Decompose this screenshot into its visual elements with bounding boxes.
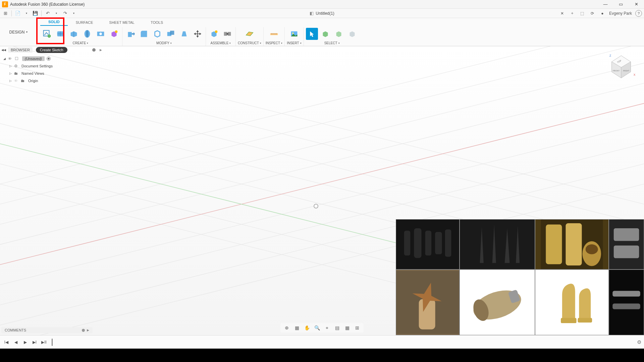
reference-image (609, 269, 644, 335)
grid-settings-button[interactable]: ▦ (343, 324, 351, 331)
tree-document-settings[interactable]: ▷⚙ Document Settings (1, 62, 102, 70)
timeline-last-button[interactable]: ▶II (40, 339, 48, 346)
file-menu-dropdown[interactable]: ▾ (22, 9, 31, 17)
group-create-label[interactable]: CREATE▾ (73, 41, 89, 45)
browser-tree: ◢👁☐ (Unsaved) ▷⚙ Document Settings ▷🖿 Na… (1, 54, 102, 84)
fit-button[interactable]: ⌖ (323, 324, 331, 331)
notifications-button[interactable]: ● (599, 10, 606, 17)
svg-rect-81 (561, 318, 577, 323)
timeline-next-button[interactable]: ▶I (31, 339, 38, 346)
new-tab-button[interactable]: ＋ (569, 10, 576, 17)
browser-options-button[interactable] (92, 48, 96, 52)
joint-button[interactable] (221, 28, 233, 40)
title-bar: F Autodesk Fusion 360 (Education License… (0, 0, 644, 9)
select-face-button[interactable] (346, 28, 358, 40)
group-construct-label[interactable]: CONSTRUCT▾ (238, 41, 261, 45)
zoom-button[interactable]: 🔍 (313, 324, 321, 331)
close-button[interactable]: ✕ (629, 0, 644, 9)
redo-button[interactable]: ↷ (61, 9, 69, 17)
revolve-button[interactable] (81, 28, 93, 40)
job-status-button[interactable]: ⟳ (589, 10, 596, 17)
workspace-switcher[interactable]: DESIGN ▾ (0, 18, 37, 46)
press-pull-button[interactable] (124, 28, 137, 40)
navigation-bar: ⊕ ▦ ✋ 🔍 ⌖ ▤ ▦ ⊞ (280, 323, 364, 333)
tree-origin[interactable]: ▷👁🖿 Origin (1, 77, 102, 84)
svg-point-9 (99, 33, 102, 35)
draft-button[interactable] (178, 28, 190, 40)
extensions-button[interactable]: ⬚ (579, 10, 586, 17)
comments-options-button[interactable] (82, 329, 85, 332)
construct-plane-button[interactable] (244, 28, 256, 40)
new-component-button[interactable] (208, 28, 220, 40)
timeline-settings-button[interactable]: ⚙ (637, 339, 641, 345)
fillet-button[interactable] (138, 28, 150, 40)
group-inspect-label[interactable]: INSPECT▾ (266, 41, 282, 45)
svg-point-17 (226, 33, 228, 35)
select-button[interactable] (306, 28, 318, 40)
timeline-marker[interactable] (52, 339, 53, 346)
browser-expand-icon[interactable]: ▶ (100, 48, 102, 52)
bottom-black-bar (0, 349, 644, 362)
active-component-indicator[interactable] (47, 57, 51, 61)
create-sketch-button[interactable]: + (41, 28, 53, 40)
document-tab[interactable]: ◧ Untitled(1) (310, 11, 334, 16)
maximize-button[interactable]: ▭ (613, 0, 629, 9)
redo-dropdown[interactable]: ▾ (70, 9, 78, 17)
timeline-prev-button[interactable]: ◀ (12, 339, 19, 346)
undo-dropdown[interactable]: ▾ (52, 9, 60, 17)
svg-rect-56 (414, 228, 421, 258)
viewcube[interactable]: TOP FRONT RIGHT Z X (604, 49, 638, 82)
save-button[interactable]: 💾 (31, 9, 39, 17)
svg-text:X: X (634, 73, 636, 76)
group-insert-label[interactable]: INSERT▾ (287, 41, 302, 45)
measure-button[interactable] (268, 28, 280, 40)
reference-image-panel[interactable] (396, 219, 644, 335)
pan-button[interactable]: ✋ (303, 324, 311, 331)
timeline: I◀ ◀ ▶ ▶I ▶II ⚙ (0, 335, 644, 349)
tab-sheet-metal[interactable]: SHEET METAL (101, 19, 143, 26)
undo-button[interactable]: ↶ (44, 9, 52, 17)
group-insert: INSERT▾ (285, 27, 304, 46)
reference-image (396, 269, 460, 335)
tree-root[interactable]: ◢👁☐ (Unsaved) (1, 55, 102, 62)
insert-button[interactable] (288, 28, 300, 40)
svg-rect-82 (578, 318, 592, 323)
look-at-button[interactable]: ▦ (293, 324, 301, 331)
comments-expand-icon[interactable]: ▶ (87, 328, 89, 332)
hole-button[interactable] (95, 28, 107, 40)
timeline-first-button[interactable]: I◀ (3, 339, 10, 346)
tab-surface[interactable]: SURFACE (68, 19, 101, 26)
tab-solid[interactable]: SOLID (40, 18, 68, 26)
display-settings-button[interactable]: ▤ (333, 324, 341, 331)
close-tab-button[interactable]: ✕ (559, 10, 566, 17)
viewport[interactable]: ◀◀ BROWSER Create Sketch ▶ ◢👁☐ (Unsaved)… (0, 46, 644, 335)
minimize-button[interactable]: — (598, 0, 613, 9)
create-form-button[interactable] (54, 28, 66, 40)
extrude-button[interactable] (68, 28, 80, 40)
user-name[interactable]: Evgeny Park (609, 11, 632, 16)
group-assemble-label[interactable]: ASSEMBLE▾ (211, 41, 231, 45)
data-panel-button[interactable]: ⊞ (1, 9, 9, 17)
reference-image (609, 219, 644, 269)
group-construct: CONSTRUCT▾ (236, 27, 264, 46)
group-modify-label[interactable]: MODIFY▾ (156, 41, 172, 45)
browser-collapse-button[interactable]: ◀◀ (1, 48, 6, 52)
select-component-button[interactable] (333, 28, 345, 40)
origin-marker (314, 204, 318, 208)
tab-tools[interactable]: TOOLS (143, 19, 171, 26)
app-title: Autodesk Fusion 360 (Education License) (10, 2, 85, 7)
combine-button[interactable] (165, 28, 177, 40)
box-primitive-button[interactable] (108, 28, 120, 40)
group-select-label[interactable]: SELECT▾ (324, 41, 340, 45)
timeline-play-button[interactable]: ▶ (21, 339, 29, 346)
viewport-layout-button[interactable]: ⊞ (354, 324, 361, 331)
help-button[interactable]: ? (635, 10, 642, 17)
move-button[interactable] (192, 28, 204, 40)
orbit-button[interactable]: ⊕ (283, 324, 290, 331)
tree-named-views[interactable]: ▷🖿 Named Views (1, 70, 102, 77)
file-menu-button[interactable]: 📄 (14, 9, 22, 17)
select-body-button[interactable] (319, 28, 331, 40)
shell-button[interactable] (151, 28, 163, 40)
svg-text:+: + (48, 35, 50, 38)
comments-bar[interactable]: COMMENTS ▶ (1, 327, 93, 333)
